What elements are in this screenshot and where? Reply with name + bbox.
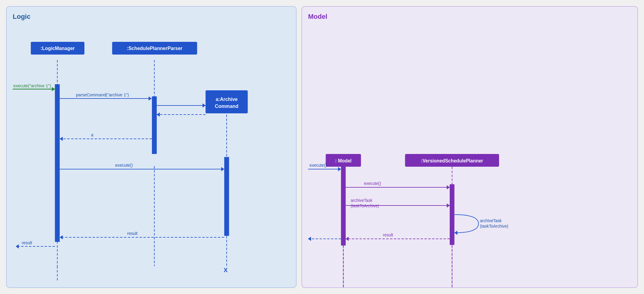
svg-text::VersionedSchedulePlanner: :VersionedSchedulePlanner xyxy=(421,158,483,163)
svg-marker-32 xyxy=(60,235,63,239)
svg-text:Command: Command xyxy=(215,104,238,109)
svg-marker-22 xyxy=(202,103,205,108)
svg-text:execute("archive 1"): execute("archive 1") xyxy=(13,83,51,88)
svg-text:execute(): execute() xyxy=(115,163,133,168)
svg-marker-51 xyxy=(447,185,450,189)
svg-text::LogicManager: :LogicManager xyxy=(41,46,75,51)
svg-text:execute(): execute() xyxy=(364,181,381,186)
svg-marker-61 xyxy=(346,237,349,241)
svg-marker-64 xyxy=(308,237,311,241)
svg-text:archiveTask: archiveTask xyxy=(480,219,502,223)
svg-rect-6 xyxy=(152,96,157,154)
svg-marker-48 xyxy=(338,167,341,171)
model-sequence: : Model :VersionedSchedulePlanner execut… xyxy=(308,27,631,287)
svg-rect-12 xyxy=(205,90,248,113)
svg-rect-8 xyxy=(31,42,84,55)
svg-rect-41 xyxy=(405,154,499,167)
svg-rect-7 xyxy=(224,157,229,236)
svg-rect-46 xyxy=(450,184,455,245)
svg-text:a: a xyxy=(91,132,94,137)
svg-marker-24 xyxy=(157,112,160,117)
logic-panel: Logic :LogicManager :Schedul xyxy=(6,6,297,288)
svg-text:execute(): execute() xyxy=(310,163,327,168)
model-panel: Model : Model :VersionedSchedulePlanner … xyxy=(301,6,638,288)
svg-rect-45 xyxy=(341,167,346,246)
model-title: Model xyxy=(308,13,631,21)
svg-text:result: result xyxy=(127,231,137,236)
model-svg: : Model :VersionedSchedulePlanner execut… xyxy=(308,27,631,287)
svg-text:parseCommand("archive 1"): parseCommand("archive 1") xyxy=(76,92,129,97)
svg-text::SchedulePlannerParser: :SchedulePlannerParser xyxy=(127,46,182,51)
svg-text:result: result xyxy=(383,233,393,237)
svg-rect-10 xyxy=(112,42,197,55)
svg-text:(taskToArchive): (taskToArchive) xyxy=(480,224,508,229)
svg-marker-16 xyxy=(52,87,55,91)
svg-text:: Model: : Model xyxy=(335,158,351,163)
svg-marker-54 xyxy=(447,203,450,208)
svg-text:a:Archive: a:Archive xyxy=(216,97,238,102)
svg-text:(taskToArchive): (taskToArchive) xyxy=(351,204,379,208)
svg-marker-26 xyxy=(60,137,63,141)
svg-marker-35 xyxy=(16,244,19,249)
svg-marker-57 xyxy=(455,231,458,235)
svg-rect-5 xyxy=(55,84,60,242)
svg-text:archiveTask: archiveTask xyxy=(351,198,373,203)
svg-marker-19 xyxy=(149,96,152,101)
svg-rect-39 xyxy=(326,154,361,167)
logic-sequence: :LogicManager :SchedulePlannerParser a:A… xyxy=(13,27,290,287)
logic-svg: :LogicManager :SchedulePlannerParser a:A… xyxy=(13,27,290,287)
logic-title: Logic xyxy=(13,13,290,21)
svg-text:X: X xyxy=(224,267,228,273)
svg-text:result: result xyxy=(22,240,32,245)
svg-marker-29 xyxy=(221,167,224,171)
